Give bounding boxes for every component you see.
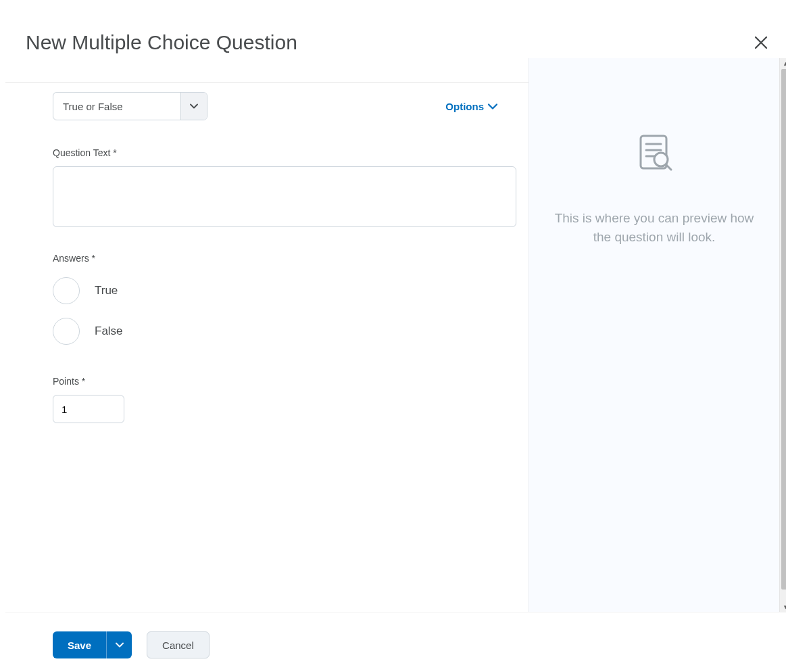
answer-radio-true[interactable] — [53, 277, 80, 304]
answers-label: Answers * — [53, 253, 501, 264]
save-button-group: Save — [53, 631, 132, 658]
scroll-thumb[interactable] — [781, 69, 786, 590]
question-type-label: True or False — [53, 93, 180, 120]
question-type-caret — [180, 93, 207, 120]
scroll-arrow-down[interactable]: ▼ — [780, 602, 786, 613]
main-container: True or False Options Question Text * An… — [5, 58, 786, 613]
svg-line-5 — [666, 165, 671, 170]
answer-row-false: False — [53, 318, 501, 345]
points-input[interactable] — [53, 395, 124, 423]
answer-row-true: True — [53, 277, 501, 304]
question-text-input[interactable] — [53, 166, 516, 227]
question-text-label: Question Text * — [53, 147, 501, 158]
dialog-title: New Multiple Choice Question — [26, 31, 297, 54]
scrollbar[interactable]: ▲ ▼ — [779, 58, 786, 613]
answer-radio-false[interactable] — [53, 318, 80, 345]
points-label: Points * — [53, 376, 501, 387]
options-label: Options — [445, 101, 484, 112]
scroll-arrow-up[interactable]: ▲ — [780, 58, 786, 69]
preview-placeholder-icon — [634, 133, 674, 176]
chevron-down-icon — [488, 103, 497, 110]
save-button[interactable]: Save — [53, 631, 106, 658]
close-button[interactable] — [751, 32, 771, 53]
answer-label: False — [95, 325, 123, 338]
preview-panel: This is where you can preview how the qu… — [529, 58, 779, 613]
document-preview-icon — [634, 133, 674, 173]
close-icon — [755, 37, 767, 49]
editor-panel: True or False Options Question Text * An… — [5, 58, 529, 613]
answers-section: Answers * True False — [53, 253, 501, 345]
type-options-row: True or False Options — [53, 92, 501, 120]
question-type-dropdown[interactable]: True or False — [53, 92, 207, 120]
chevron-down-icon — [190, 103, 198, 109]
save-dropdown-button[interactable] — [106, 631, 132, 658]
dialog-footer: Save Cancel — [5, 612, 786, 672]
chevron-down-icon — [116, 642, 124, 648]
preview-placeholder-text: This is where you can preview how the qu… — [549, 209, 759, 246]
points-section: Points * — [53, 376, 501, 423]
cancel-button[interactable]: Cancel — [147, 631, 210, 658]
answer-label: True — [95, 284, 118, 297]
options-button[interactable]: Options — [441, 100, 501, 113]
